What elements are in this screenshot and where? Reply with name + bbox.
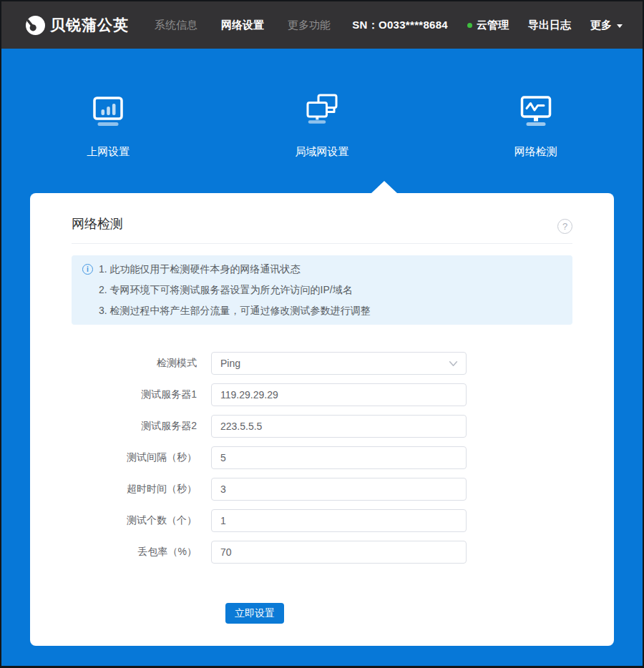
test-server2-input[interactable] (211, 415, 467, 438)
tab-label-internet: 上网设置 (87, 146, 130, 157)
field-label: 超时时间（秒） (72, 483, 211, 496)
test-server1-input[interactable] (211, 383, 467, 406)
selected-option: Ping (220, 358, 240, 369)
form-row-timeout: 超时时间（秒） (72, 478, 572, 501)
more-dropdown[interactable]: 更多 (590, 19, 623, 32)
brand-name: 贝锐蒲公英 (50, 15, 129, 35)
note-line: 2. 专网环境下可将测试服务器设置为所允许访问的IP/域名 (99, 280, 371, 300)
menu-item-more-features[interactable]: 更多功能 (288, 19, 331, 32)
main-menu: 系统信息 网络设置 更多功能 (155, 19, 331, 32)
test-interval-input[interactable] (211, 446, 467, 469)
field-label: 测试间隔（秒） (72, 451, 211, 464)
panel-wrap: 网络检测 ? i 1. 此功能仅用于检测硬件本身的网络通讯状态 2. 专网环境下… (30, 193, 614, 646)
field-label: 检测模式 (72, 357, 211, 370)
apply-button[interactable]: 立即设置 (225, 603, 284, 624)
app-window: 贝锐蒲公英 系统信息 网络设置 更多功能 SN：O033****8684 云管理… (0, 0, 644, 668)
tab-label-lan: 局域网设置 (295, 146, 348, 157)
tab-network-detection[interactable]: 网络检测 (429, 90, 643, 157)
active-tab-notch (371, 181, 397, 193)
form-row-count: 测试个数（个） (72, 509, 572, 532)
field-label: 丢包率（%） (72, 546, 211, 559)
cloud-manage-link[interactable]: 云管理 (467, 19, 509, 32)
packet-loss-input[interactable] (211, 541, 467, 564)
info-box: i 1. 此功能仅用于检测硬件本身的网络通讯状态 2. 专网环境下可将测试服务器… (72, 255, 572, 325)
form-row-loss-rate: 丢包率（%） (72, 541, 572, 564)
tab-label-detection: 网络检测 (514, 146, 557, 157)
note-line: 1. 此功能仅用于检测硬件本身的网络通讯状态 (99, 259, 371, 280)
network-detection-panel: 网络检测 ? i 1. 此功能仅用于检测硬件本身的网络通讯状态 2. 专网环境下… (30, 193, 614, 646)
form-row-server2: 测试服务器2 (72, 415, 572, 438)
field-label: 测试服务器1 (72, 388, 211, 401)
settings-tab-row: 上网设置 局域网设置 网络检测 (1, 90, 643, 157)
note-line: 3. 检测过程中将产生部分流量，可通过修改测试参数进行调整 (99, 300, 371, 321)
field-label: 测试个数（个） (72, 514, 211, 527)
info-icon: i (82, 264, 93, 275)
monitor-bars-icon (88, 90, 128, 130)
tab-lan-settings[interactable]: 局域网设置 (215, 90, 429, 157)
serial-number: SN：O033****8684 (352, 19, 448, 32)
note-list: 1. 此功能仅用于检测硬件本身的网络通讯状态 2. 专网环境下可将测试服务器设置… (99, 259, 371, 321)
more-label: 更多 (590, 19, 612, 32)
form-row-interval: 测试间隔（秒） (72, 446, 572, 469)
chevron-down-icon (448, 358, 459, 369)
timeout-input[interactable] (211, 478, 467, 501)
detection-form: 检测模式 Ping 测试服务器1 (72, 352, 572, 624)
form-row-mode: 检测模式 Ping (72, 352, 572, 375)
field-label: 测试服务器2 (72, 420, 211, 433)
panel-header: 网络检测 ? (72, 193, 572, 244)
monitor-pulse-icon (516, 90, 556, 130)
caret-down-icon (617, 24, 623, 28)
online-status-dot (467, 23, 472, 28)
brand-logo[interactable]: 贝锐蒲公英 (26, 15, 129, 35)
tab-internet-settings[interactable]: 上网设置 (1, 90, 215, 157)
cloud-manage-label: 云管理 (477, 19, 509, 32)
panel-title: 网络检测 (72, 215, 123, 232)
menu-item-network-settings[interactable]: 网络设置 (221, 19, 264, 32)
detection-mode-select[interactable]: Ping (211, 352, 467, 375)
dual-monitor-icon (302, 90, 342, 130)
oray-logo-icon (26, 16, 45, 35)
hero-section: 上网设置 局域网设置 网络检测 (1, 49, 643, 646)
top-navbar: 贝锐蒲公英 系统信息 网络设置 更多功能 SN：O033****8684 云管理… (1, 1, 643, 49)
menu-item-system-info[interactable]: 系统信息 (155, 19, 197, 32)
navbar-right: SN：O033****8684 云管理 导出日志 更多 (352, 19, 623, 32)
export-log-link[interactable]: 导出日志 (528, 19, 571, 32)
form-row-server1: 测试服务器1 (72, 383, 572, 406)
help-icon[interactable]: ? (557, 219, 572, 234)
test-count-input[interactable] (211, 509, 467, 532)
